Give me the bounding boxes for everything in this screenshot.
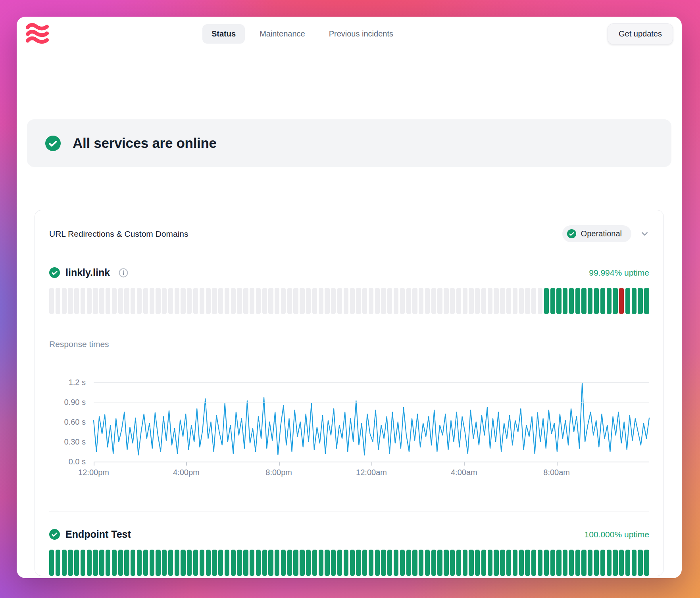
uptime-bar-gray[interactable]	[425, 288, 430, 314]
uptime-bar-green[interactable]	[525, 550, 530, 576]
uptime-bar-gray[interactable]	[538, 288, 542, 314]
uptime-bar-green[interactable]	[588, 288, 592, 314]
uptime-bar-gray[interactable]	[243, 288, 248, 314]
uptime-bar-gray[interactable]	[400, 288, 405, 314]
uptime-bar-green[interactable]	[500, 550, 505, 576]
uptime-bar-green[interactable]	[406, 550, 411, 576]
uptime-bar-gray[interactable]	[293, 288, 298, 314]
get-updates-button[interactable]: Get updates	[608, 23, 673, 44]
tab-previous-incidents[interactable]: Previous incidents	[320, 24, 402, 44]
uptime-bar-green[interactable]	[237, 550, 242, 576]
uptime-bar-green[interactable]	[594, 288, 599, 314]
uptime-bar-green[interactable]	[99, 550, 104, 576]
uptime-bar-green[interactable]	[275, 550, 279, 576]
uptime-bar-green[interactable]	[513, 550, 517, 576]
uptime-bar-gray[interactable]	[124, 288, 129, 314]
uptime-bar-green[interactable]	[131, 550, 135, 576]
uptime-bar-gray[interactable]	[362, 288, 367, 314]
uptime-bar-gray[interactable]	[481, 288, 486, 314]
uptime-bar-green[interactable]	[81, 550, 85, 576]
logo-link[interactable]	[25, 23, 49, 45]
uptime-bar-green[interactable]	[638, 550, 642, 576]
uptime-bar-gray[interactable]	[87, 288, 92, 314]
uptime-bar-gray[interactable]	[394, 288, 398, 314]
uptime-bar-gray[interactable]	[450, 288, 455, 314]
uptime-bar-gray[interactable]	[81, 288, 85, 314]
uptime-bar-green[interactable]	[193, 550, 198, 576]
uptime-bar-gray[interactable]	[93, 288, 98, 314]
uptime-bar-gray[interactable]	[99, 288, 104, 314]
uptime-bar-gray[interactable]	[56, 288, 60, 314]
uptime-bar-gray[interactable]	[62, 288, 67, 314]
uptime-bar-green[interactable]	[632, 550, 637, 576]
uptime-bar-green[interactable]	[632, 288, 637, 314]
uptime-bar-gray[interactable]	[68, 288, 73, 314]
uptime-bar-green[interactable]	[556, 288, 561, 314]
uptime-bar-gray[interactable]	[488, 288, 492, 314]
uptime-bar-green[interactable]	[575, 550, 580, 576]
uptime-bar-gray[interactable]	[519, 288, 524, 314]
uptime-bar-green[interactable]	[143, 550, 148, 576]
uptime-bar-green[interactable]	[437, 550, 442, 576]
uptime-bar-gray[interactable]	[225, 288, 229, 314]
info-icon[interactable]	[119, 268, 128, 278]
uptime-bar-gray[interactable]	[350, 288, 355, 314]
uptime-bar-gray[interactable]	[175, 288, 179, 314]
uptime-bar-gray[interactable]	[319, 288, 323, 314]
uptime-bar-green[interactable]	[581, 550, 586, 576]
uptime-bar-green[interactable]	[538, 550, 542, 576]
uptime-bar-green[interactable]	[381, 550, 386, 576]
uptime-bar-gray[interactable]	[218, 288, 223, 314]
uptime-bar-green[interactable]	[181, 550, 185, 576]
uptime-bar-gray[interactable]	[444, 288, 448, 314]
uptime-bar-gray[interactable]	[325, 288, 329, 314]
uptime-bar-green[interactable]	[200, 550, 204, 576]
uptime-bar-green[interactable]	[412, 550, 417, 576]
uptime-bar-gray[interactable]	[262, 288, 267, 314]
uptime-bar-gray[interactable]	[412, 288, 417, 314]
uptime-bar-gray[interactable]	[231, 288, 236, 314]
uptime-bar-green[interactable]	[118, 550, 123, 576]
uptime-bar-green[interactable]	[344, 550, 348, 576]
uptime-bar-green[interactable]	[106, 550, 110, 576]
uptime-bar-green[interactable]	[49, 550, 54, 576]
uptime-bar-green[interactable]	[607, 550, 612, 576]
uptime-bar-green[interactable]	[319, 550, 323, 576]
uptime-bar-gray[interactable]	[469, 288, 473, 314]
uptime-bar-green[interactable]	[387, 550, 392, 576]
uptime-bar-green[interactable]	[613, 288, 617, 314]
uptime-bar-green[interactable]	[124, 550, 129, 576]
uptime-bar-gray[interactable]	[200, 288, 204, 314]
tab-maintenance[interactable]: Maintenance	[250, 24, 314, 44]
uptime-bar-green[interactable]	[563, 550, 567, 576]
uptime-bar-green[interactable]	[156, 550, 160, 576]
uptime-bar-gray[interactable]	[300, 288, 304, 314]
uptime-bar-green[interactable]	[638, 288, 642, 314]
uptime-bar-green[interactable]	[331, 550, 336, 576]
uptime-bar-green[interactable]	[212, 550, 217, 576]
uptime-bar-green[interactable]	[56, 550, 60, 576]
uptime-bar-green[interactable]	[544, 288, 549, 314]
uptime-bar-gray[interactable]	[375, 288, 380, 314]
tab-status[interactable]: Status	[202, 24, 245, 44]
uptime-bar-green[interactable]	[481, 550, 486, 576]
uptime-bar-gray[interactable]	[312, 288, 317, 314]
uptime-bar-gray[interactable]	[256, 288, 261, 314]
uptime-bar-green[interactable]	[450, 550, 455, 576]
uptime-bar-gray[interactable]	[162, 288, 167, 314]
uptime-bar-green[interactable]	[162, 550, 167, 576]
uptime-bar-green[interactable]	[400, 550, 405, 576]
uptime-bar-green[interactable]	[644, 550, 649, 576]
uptime-bar-green[interactable]	[362, 550, 367, 576]
uptime-bar-gray[interactable]	[387, 288, 392, 314]
uptime-bar-green[interactable]	[488, 550, 492, 576]
uptime-bar-gray[interactable]	[306, 288, 311, 314]
uptime-bar-green[interactable]	[250, 550, 254, 576]
uptime-bar-green[interactable]	[463, 550, 467, 576]
uptime-bar-green[interactable]	[281, 550, 286, 576]
uptime-bar-green[interactable]	[588, 550, 592, 576]
uptime-bar-gray[interactable]	[49, 288, 54, 314]
uptime-bar-green[interactable]	[506, 550, 511, 576]
uptime-bar-gray[interactable]	[275, 288, 279, 314]
uptime-bar-gray[interactable]	[150, 288, 154, 314]
